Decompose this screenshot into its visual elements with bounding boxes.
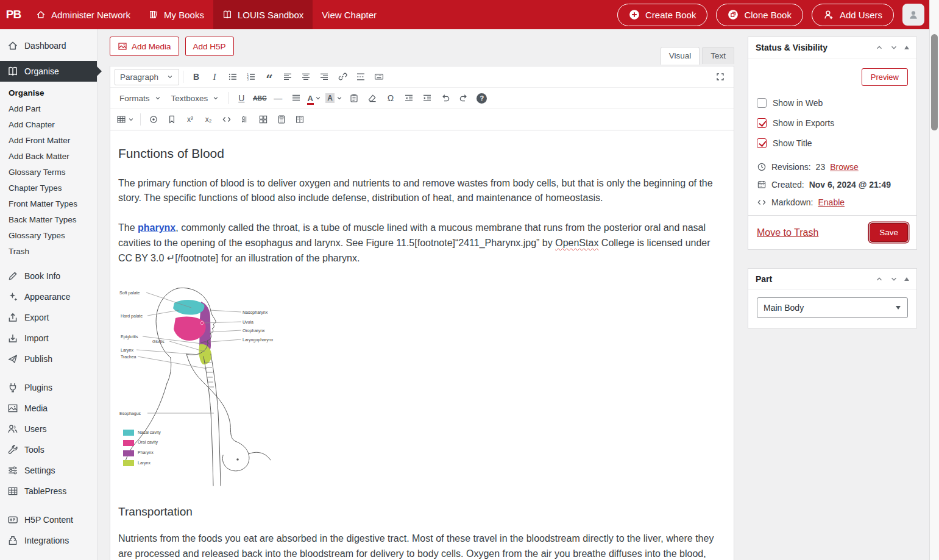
outdent-button[interactable]	[400, 90, 418, 107]
align-center-button[interactable]	[297, 68, 315, 85]
submenu-front-matter-types[interactable]: Front Matter Types	[0, 196, 97, 212]
submenu-add-part[interactable]: Add Part	[0, 101, 97, 117]
page-scrollbar[interactable]	[929, 0, 939, 560]
sidebar-item-appearance[interactable]: Appearance	[0, 286, 97, 307]
align-left-button[interactable]	[278, 68, 297, 85]
submenu-glossary-types[interactable]: Glossary Types	[0, 228, 97, 244]
topbar-item-louis-sandbox[interactable]: LOUIS Sandbox	[213, 0, 313, 29]
part-select[interactable]: Main Body	[757, 297, 908, 318]
sidebar-item-settings[interactable]: Settings	[0, 460, 97, 481]
underline-button[interactable]: U	[232, 90, 250, 107]
browse-revisions-link[interactable]: Browse	[830, 162, 859, 172]
read-more-button[interactable]	[352, 68, 370, 85]
code-button[interactable]	[218, 111, 236, 128]
sidebar-item-media[interactable]: Media	[0, 398, 97, 419]
italic-button[interactable]: I	[205, 68, 224, 85]
sidebar-item-import[interactable]: Import	[0, 328, 97, 349]
formats-dropdown[interactable]: Formats	[115, 90, 166, 107]
sidebar-item-tablepress[interactable]: TablePress	[0, 481, 97, 502]
pharynx-link[interactable]: pharynx	[138, 222, 175, 233]
clone-book-button[interactable]: Clone Book	[716, 4, 803, 26]
add-users-button[interactable]: Add Users	[812, 4, 894, 26]
scrollbar-thumb[interactable]	[931, 34, 938, 130]
add-media-button[interactable]: Add Media	[110, 37, 179, 56]
submenu-organise[interactable]: Organise	[0, 85, 97, 101]
indent-button[interactable]	[418, 90, 436, 107]
sidebar-item-organise[interactable]: Organise	[0, 61, 97, 82]
subscript-button[interactable]: x₂	[199, 111, 218, 128]
horizontal-rule-button[interactable]: —	[269, 90, 287, 107]
justify-button[interactable]	[287, 90, 305, 107]
sidebar-item-dashboard[interactable]: Dashboard	[0, 35, 97, 56]
show-in-web-checkbox[interactable]	[757, 98, 767, 108]
special-character-button[interactable]: Ω	[381, 90, 400, 107]
submenu-chapter-types[interactable]: Chapter Types	[0, 180, 97, 196]
enable-markdown-link[interactable]: Enable	[818, 197, 845, 207]
redo-button[interactable]	[455, 90, 473, 107]
tab-visual[interactable]: Visual	[661, 47, 700, 65]
background-color-button[interactable]: A	[324, 90, 345, 107]
keyboard-shortcuts-button[interactable]	[370, 68, 388, 85]
submenu-trash[interactable]: Trash	[0, 244, 97, 260]
insert-link-button[interactable]	[333, 68, 352, 85]
sidebar-item-plugins[interactable]: Plugins	[0, 377, 97, 398]
move-to-trash-link[interactable]: Move to Trash	[757, 227, 818, 238]
topbar-item-view-chapter[interactable]: View Chapter	[313, 0, 386, 29]
editor-content[interactable]: Functions of Blood The primary function …	[110, 130, 734, 560]
sidebar-item-h5p-content[interactable]: H5P Content	[0, 509, 97, 530]
pharynx-figure[interactable]: Soft palate Hard palate Epiglottis Glott…	[118, 285, 301, 487]
move-up-icon[interactable]	[875, 275, 884, 283]
submenu-add-back-matter[interactable]: Add Back Matter	[0, 149, 97, 165]
table-button[interactable]	[115, 111, 136, 128]
tab-text[interactable]: Text	[702, 47, 734, 64]
move-down-icon[interactable]	[890, 43, 898, 52]
avatar[interactable]	[902, 4, 924, 26]
calculator-button[interactable]	[272, 111, 291, 128]
textboxes-dropdown[interactable]: Textboxes	[166, 90, 225, 107]
move-up-icon[interactable]	[875, 43, 884, 52]
clear-formatting-button[interactable]	[363, 90, 381, 107]
sidebar-item-integrations[interactable]: Integrations	[0, 530, 97, 551]
submenu-add-front-matter[interactable]: Add Front Matter	[0, 133, 97, 149]
create-book-button[interactable]: Create Book	[617, 4, 707, 26]
collapse-toggle-icon[interactable]	[904, 277, 909, 281]
numbered-list-button[interactable]	[242, 68, 260, 85]
blockquote-button[interactable]: “	[260, 68, 278, 85]
text-color-button[interactable]: A	[305, 90, 324, 107]
add-h5p-button[interactable]: Add H5P	[185, 37, 234, 56]
pressbooks-logo[interactable]: PB	[0, 0, 27, 29]
bold-button[interactable]: B	[187, 68, 205, 85]
submenu-add-chapter[interactable]: Add Chapter	[0, 117, 97, 133]
submenu-back-matter-types[interactable]: Back Matter Types	[0, 212, 97, 228]
topbar-item-my-books[interactable]: My Books	[140, 0, 213, 29]
fullscreen-button[interactable]	[711, 68, 729, 85]
clock-icon	[757, 162, 767, 172]
topbar-item-administer-network[interactable]: Administer Network	[27, 0, 140, 29]
sidebar-item-tools[interactable]: Tools	[0, 439, 97, 460]
sidebar-item-export[interactable]: Export	[0, 307, 97, 328]
save-button[interactable]: Save	[870, 223, 908, 242]
wheel-button[interactable]	[144, 111, 163, 128]
ltr-button[interactable]	[236, 111, 254, 128]
anchor-button[interactable]	[163, 111, 181, 128]
bulleted-list-button[interactable]	[224, 68, 242, 85]
layout-grid-button[interactable]	[254, 111, 272, 128]
organise-book-icon	[7, 66, 18, 77]
align-right-button[interactable]	[315, 68, 333, 85]
help-button[interactable]: ?	[473, 90, 491, 107]
show-title-checkbox[interactable]	[757, 138, 767, 148]
show-in-exports-checkbox[interactable]	[757, 118, 767, 128]
sidebar-item-publish[interactable]: Publish	[0, 349, 97, 369]
collapse-toggle-icon[interactable]	[904, 46, 909, 49]
paragraph-style-select[interactable]: Paragraph	[115, 69, 179, 85]
paste-as-text-button[interactable]	[345, 90, 363, 107]
superscript-button[interactable]: x²	[181, 111, 199, 128]
textbook-button[interactable]	[291, 111, 309, 128]
submenu-glossary-terms[interactable]: Glossary Terms	[0, 165, 97, 180]
sidebar-item-book-info[interactable]: Book Info	[0, 266, 97, 286]
undo-button[interactable]	[436, 90, 455, 107]
move-down-icon[interactable]	[890, 275, 898, 283]
preview-button[interactable]: Preview	[862, 68, 908, 86]
sidebar-item-users[interactable]: Users	[0, 419, 97, 439]
strikethrough-button[interactable]: ABC	[250, 90, 269, 107]
